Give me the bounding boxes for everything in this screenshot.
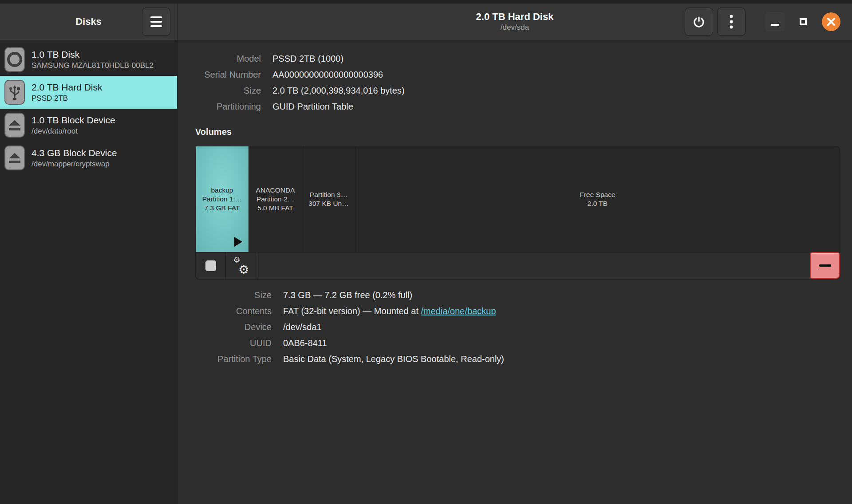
model-value: PSSD 2TB (1000) bbox=[272, 54, 852, 64]
size-value: 2.0 TB (2,000,398,934,016 bytes) bbox=[272, 86, 852, 96]
device-title: 4.3 GB Block Device bbox=[32, 148, 117, 158]
minimize-icon bbox=[771, 24, 779, 26]
page-title: 2.0 TB Hard Disk bbox=[476, 11, 554, 23]
partition-name: backup bbox=[211, 186, 233, 195]
partition-2-cell[interactable]: ANACONDA Partition 2… 5.0 MB FAT bbox=[249, 146, 302, 252]
hamburger-menu-icon bbox=[150, 16, 162, 27]
header-controls bbox=[685, 8, 840, 36]
device-subtitle: /dev/data/root bbox=[32, 127, 115, 136]
page-subtitle: /dev/sda bbox=[476, 23, 554, 32]
disks-app-window: Disks 2.0 TB Hard Disk /dev/sda bbox=[0, 4, 852, 504]
delete-partition-button[interactable] bbox=[810, 252, 840, 279]
serial-value: AA00000000000000000396 bbox=[272, 70, 852, 80]
device-sidebar: 1.0 TB Disk SAMSUNG MZAL81T0HDLB-00BL2 bbox=[0, 40, 178, 504]
partition-name: ANACONDA bbox=[256, 186, 295, 195]
volumes-widget: backup Partition 1:… 7.3 GB FAT ANACONDA… bbox=[195, 146, 840, 280]
eject-icon bbox=[4, 113, 25, 138]
partition-name: Partition 3… bbox=[310, 190, 347, 199]
app-menu-button[interactable] bbox=[142, 8, 170, 36]
header-title-block: 2.0 TB Hard Disk /dev/sda bbox=[476, 11, 554, 32]
device-subtitle: SAMSUNG MZAL81T0HDLB-00BL2 bbox=[32, 61, 154, 70]
partition-diagram: backup Partition 1:… 7.3 GB FAT ANACONDA… bbox=[196, 146, 840, 252]
usb-drive-icon bbox=[4, 80, 25, 105]
headerbar: Disks 2.0 TB Hard Disk /dev/sda bbox=[0, 4, 852, 40]
stop-icon bbox=[205, 260, 216, 271]
partitioning-label: Partitioning bbox=[195, 102, 261, 112]
contents-value: FAT (32-bit version) — Mounted at /media… bbox=[283, 306, 852, 316]
size-label: Size bbox=[195, 86, 261, 96]
unmount-button[interactable] bbox=[196, 252, 226, 279]
play-icon bbox=[234, 237, 242, 247]
contents-label: Contents bbox=[195, 306, 272, 316]
partition-options-button[interactable]: ⚙⚙ bbox=[226, 252, 256, 279]
partition-label: Partition 2… bbox=[256, 195, 294, 204]
device-value: /dev/sda1 bbox=[283, 322, 852, 332]
contents-text: FAT (32-bit version) — Mounted at bbox=[283, 306, 421, 316]
serial-label: Serial Number bbox=[195, 70, 261, 80]
partition-1-cell[interactable]: backup Partition 1:… 7.3 GB FAT bbox=[196, 146, 249, 252]
volumes-heading: Volumes bbox=[195, 127, 852, 137]
uuid-label: UUID bbox=[195, 338, 272, 348]
sidebar-headerbar: Disks bbox=[0, 4, 178, 40]
device-title: 1.0 TB Block Device bbox=[32, 115, 115, 126]
volume-toolbar: ⚙⚙ bbox=[196, 252, 840, 279]
harddisk-icon bbox=[4, 47, 25, 72]
device-subtitle: PSSD 2TB bbox=[32, 94, 103, 103]
drive-menu-button[interactable] bbox=[717, 8, 746, 36]
partition-type-label: Partition Type bbox=[195, 354, 272, 364]
power-icon bbox=[692, 15, 706, 28]
sidebar-item-block-device-4gb[interactable]: 4.3 GB Block Device /dev/mapper/cryptswa… bbox=[0, 142, 177, 174]
main-headerbar: 2.0 TB Hard Disk /dev/sda bbox=[178, 4, 852, 40]
maximize-icon bbox=[800, 18, 807, 25]
sidebar-item-hard-disk-2tb-selected[interactable]: 2.0 TB Hard Disk PSSD 2TB bbox=[0, 76, 177, 109]
power-off-button[interactable] bbox=[685, 8, 713, 36]
gears-icon: ⚙⚙ bbox=[233, 257, 249, 275]
partition-size: 307 KB Un… bbox=[308, 199, 348, 208]
maximize-button[interactable] bbox=[800, 18, 807, 25]
drive-detail-pane: Model PSSD 2TB (1000) Serial Number AA00… bbox=[178, 40, 852, 504]
partition-details-grid: Size 7.3 GB — 7.2 GB free (0.2% full) Co… bbox=[178, 290, 852, 364]
free-space-size: 2.0 TB bbox=[588, 199, 607, 208]
uuid-value: 0AB6-8411 bbox=[283, 338, 852, 348]
model-label: Model bbox=[195, 54, 261, 64]
app-title: Disks bbox=[75, 16, 102, 28]
partition-label: Partition 1:… bbox=[202, 195, 242, 204]
device-title: 2.0 TB Hard Disk bbox=[32, 82, 103, 93]
window-body: 1.0 TB Disk SAMSUNG MZAL81T0HDLB-00BL2 bbox=[0, 40, 852, 504]
free-space-cell[interactable]: Free Space 2.0 TB bbox=[355, 146, 840, 252]
eject-icon bbox=[4, 146, 25, 170]
partition-type-value: Basic Data (System, Legacy BIOS Bootable… bbox=[283, 354, 852, 364]
partition-size: 5.0 MB FAT bbox=[257, 204, 293, 213]
size-value: 7.3 GB — 7.2 GB free (0.2% full) bbox=[283, 290, 852, 300]
remove-partition-icon bbox=[819, 264, 831, 267]
sidebar-item-disk-1tb[interactable]: 1.0 TB Disk SAMSUNG MZAL81T0HDLB-00BL2 bbox=[0, 43, 177, 76]
close-button[interactable] bbox=[822, 12, 840, 31]
partition-size: 7.3 GB FAT bbox=[205, 204, 240, 213]
close-icon bbox=[826, 17, 836, 27]
device-title: 1.0 TB Disk bbox=[32, 49, 154, 60]
device-label: Device bbox=[195, 322, 272, 332]
sidebar-item-block-device-1tb[interactable]: 1.0 TB Block Device /dev/data/root bbox=[0, 109, 177, 142]
partition-3-cell[interactable]: Partition 3… 307 KB Un… bbox=[302, 146, 355, 252]
menu-kebab-icon bbox=[729, 14, 734, 29]
device-subtitle: /dev/mapper/cryptswap bbox=[32, 160, 117, 169]
size-label: Size bbox=[195, 290, 272, 300]
partitioning-value: GUID Partition Table bbox=[272, 102, 852, 112]
free-space-label: Free Space bbox=[580, 190, 615, 199]
drive-details-grid: Model PSSD 2TB (1000) Serial Number AA00… bbox=[178, 54, 852, 112]
minimize-button[interactable] bbox=[765, 12, 785, 32]
mount-point-link[interactable]: /media/one/backup bbox=[421, 306, 496, 316]
window-top-edge bbox=[0, 0, 852, 4]
